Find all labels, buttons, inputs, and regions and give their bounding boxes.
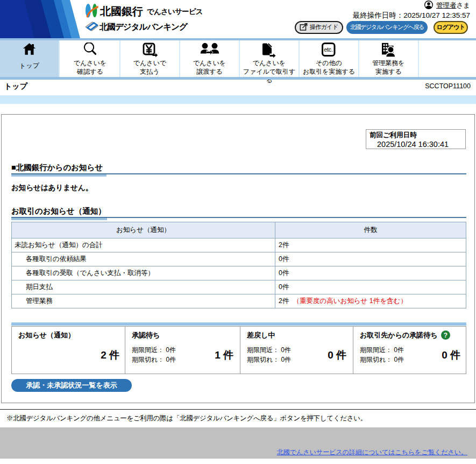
svg-text:?: ? bbox=[444, 332, 447, 339]
svg-text:etc.: etc. bbox=[324, 46, 333, 53]
